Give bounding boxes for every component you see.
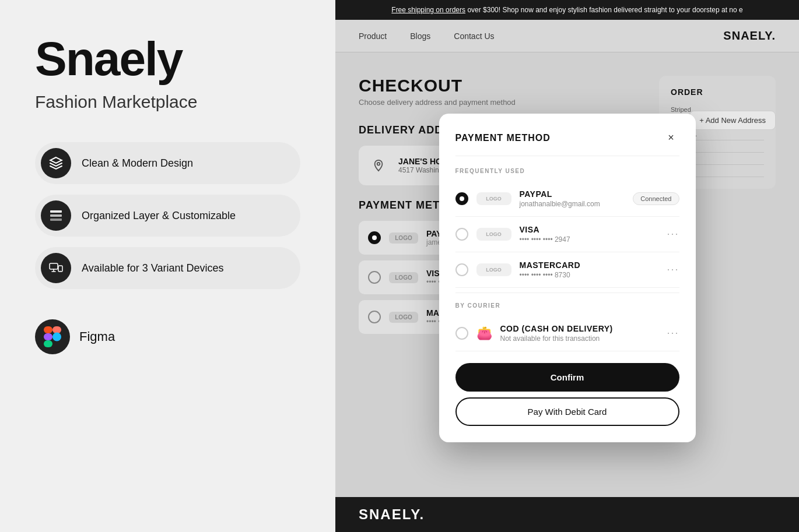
stack-icon	[49, 209, 63, 223]
figma-badge: Figma	[35, 319, 300, 354]
modal-mastercard-detail: •••• •••• •••• 8730	[520, 271, 659, 279]
modal-paypal-logo: LOGO	[476, 192, 511, 205]
modal-cod-radio	[455, 327, 468, 340]
modal-cod-name: COD (CASH ON DELIVERY)	[500, 324, 659, 333]
visa-more-button[interactable]: ···	[667, 228, 679, 240]
modal-mastercard-name: MASTERCARD	[520, 260, 659, 270]
confirm-button[interactable]: Confirm	[455, 363, 679, 392]
svg-rect-3	[50, 263, 58, 269]
feature-item-2: Organized Layer & Customizable	[35, 195, 300, 237]
cod-icon: 👛	[476, 326, 492, 341]
cod-more-button[interactable]: ···	[667, 327, 679, 339]
devices-icon	[41, 253, 71, 283]
modal-mastercard-option[interactable]: LOGO MASTERCARD •••• •••• •••• 8730 ···	[455, 252, 679, 288]
modal-cod-info: COD (CASH ON DELIVERY) Not available for…	[500, 324, 659, 343]
svg-rect-2	[50, 219, 62, 221]
clean-design-icon	[41, 148, 71, 178]
website-mockup: Free shipping on orders over $300! Shop …	[335, 0, 799, 532]
modal-paypal-info: PAYPAL jonathanalbie@gmail.com	[520, 189, 625, 208]
modal-visa-info: VISA •••• •••• •••• 2947	[520, 225, 659, 244]
feature-list: Clean & Modern Design Organized Layer & …	[35, 142, 300, 289]
modal-mastercard-radio	[455, 263, 468, 276]
modal-paypal-detail: jonathanalbie@gmail.com	[520, 200, 625, 208]
modal-mastercard-info: MASTERCARD •••• •••• •••• 8730	[520, 260, 659, 279]
svg-rect-0	[50, 210, 62, 213]
modal-close-button[interactable]: ×	[663, 130, 679, 146]
modal-visa-radio	[455, 228, 468, 241]
brand-subtitle: Fashion Marketplace	[35, 92, 300, 112]
figma-icon	[35, 319, 70, 354]
feature-label-3: Available for 3 Variant Devices	[82, 262, 223, 274]
modal-overlay: PAYMENT METHOD × FREQUENTLY USED LOGO PA…	[335, 0, 799, 532]
mastercard-more-button[interactable]: ···	[667, 263, 679, 276]
modal-visa-option[interactable]: LOGO VISA •••• •••• •••• 2947 ···	[455, 217, 679, 252]
modal-paypal-name: PAYPAL	[520, 189, 625, 199]
modal-visa-logo: LOGO	[476, 228, 511, 241]
svg-rect-1	[50, 214, 62, 217]
modal-title: PAYMENT METHOD	[455, 133, 551, 143]
left-panel: Snaely Fashion Marketplace Clean & Moder…	[0, 0, 335, 532]
modal-cod-detail: Not available for this transaction	[500, 334, 659, 343]
modal-visa-name: VISA	[520, 225, 659, 234]
svg-rect-8	[44, 333, 52, 340]
paypal-connected-badge: Connected	[633, 192, 679, 205]
feature-label-2: Organized Layer & Customizable	[82, 210, 236, 222]
organized-icon	[41, 200, 71, 231]
svg-rect-6	[44, 326, 52, 333]
brand-title: Snaely	[35, 35, 300, 83]
svg-rect-7	[52, 326, 61, 333]
modal-paypal-option[interactable]: LOGO PAYPAL jonathanalbie@gmail.com Conn…	[455, 181, 679, 217]
svg-rect-9	[44, 340, 52, 347]
feature-label-1: Clean & Modern Design	[82, 157, 193, 170]
svg-point-5	[60, 271, 61, 272]
right-panel: Free shipping on orders over $300! Shop …	[335, 0, 799, 532]
modal-paypal-radio	[455, 192, 468, 205]
modal-mastercard-logo: LOGO	[476, 263, 511, 276]
layers-icon	[49, 156, 63, 170]
frequently-used-label: FREQUENTLY USED	[455, 168, 679, 174]
payment-modal: PAYMENT METHOD × FREQUENTLY USED LOGO PA…	[439, 114, 696, 442]
by-courier-label: BY COURIER	[455, 302, 679, 309]
pay-debit-card-button[interactable]: Pay With Debit Card	[455, 397, 679, 426]
svg-point-10	[52, 333, 61, 341]
modal-visa-detail: •••• •••• •••• 2947	[520, 235, 659, 244]
feature-item-1: Clean & Modern Design	[35, 142, 300, 184]
modal-divider	[455, 293, 679, 293]
modal-cod-option[interactable]: 👛 COD (CASH ON DELIVERY) Not available f…	[455, 316, 679, 351]
figma-logo-icon	[44, 326, 61, 347]
modal-header: PAYMENT METHOD ×	[455, 130, 679, 156]
feature-item-3: Available for 3 Variant Devices	[35, 247, 300, 289]
figma-label: Figma	[79, 329, 115, 344]
monitor-icon	[49, 261, 63, 275]
